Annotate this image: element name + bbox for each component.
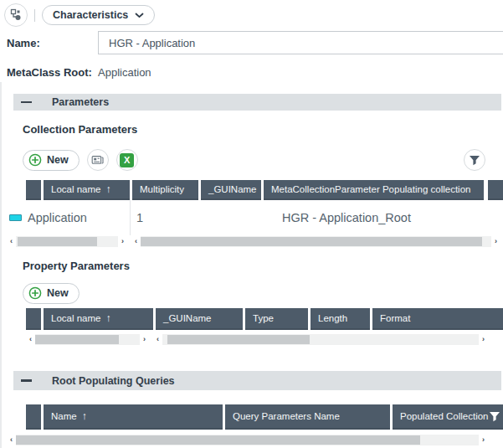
name-input[interactable] <box>98 31 503 54</box>
column-header-guiname[interactable]: _GUIName <box>156 308 243 330</box>
column-label: Length <box>318 313 347 323</box>
column-label: MetaCollectionParameter Populating colle… <box>271 184 470 194</box>
cell-meta-collection: HGR - Application_Root <box>261 211 503 224</box>
name-label: Name: <box>0 37 98 49</box>
filter-icon <box>469 155 480 166</box>
collection-new-label: New <box>47 154 69 166</box>
scroll-right-icon[interactable]: › <box>491 236 500 247</box>
metaclass-root-value: Application <box>98 66 151 79</box>
collection-parameters-heading: Collection Parameters <box>23 123 503 136</box>
report-icon <box>91 154 104 166</box>
column-header-local-name[interactable]: Local name ↑ <box>44 180 130 200</box>
cell-multiplicity: 1 <box>130 211 198 224</box>
collection-parameters-table: Local name ↑ Multiplicity _GUIName MetaC… <box>7 180 503 247</box>
scroll-left-icon[interactable]: ‹ <box>153 334 162 345</box>
scrollbar-track[interactable] <box>35 334 140 345</box>
header-spacer <box>7 180 26 200</box>
column-header-format[interactable]: Format <box>372 308 503 330</box>
column-label: Name <box>51 411 77 421</box>
collection-new-button[interactable]: New <box>23 150 80 171</box>
parameters-section-header[interactable]: Parameters <box>13 94 501 111</box>
parameters-section-title: Parameters <box>52 96 109 108</box>
column-header-name[interactable]: Name ↑ <box>44 404 223 430</box>
column-label: Local name <box>51 184 100 194</box>
scroll-right-icon[interactable]: › <box>140 334 149 345</box>
excel-icon: X <box>120 153 134 167</box>
characteristics-page: Characteristics Name: MetaClass Root: Ap… <box>0 0 503 448</box>
queries-section-header[interactable]: Root Populating Queries <box>13 371 501 390</box>
column-header-guiname[interactable]: _GUIName <box>201 180 261 200</box>
filter-icon[interactable] <box>489 411 500 422</box>
column-header-populated-collection[interactable]: Populated Collection <box>393 404 503 430</box>
report-button[interactable] <box>87 149 109 171</box>
column-header-type[interactable]: Type <box>245 308 308 330</box>
column-label: Query Parameters Name <box>233 411 340 421</box>
chevron-down-icon <box>135 13 144 18</box>
plus-icon <box>28 153 42 167</box>
column-header-local-name[interactable]: Local name ↑ <box>44 308 153 330</box>
scrollbar-track[interactable] <box>162 334 479 345</box>
queries-scrollbars: ‹ › <box>7 435 503 445</box>
scroll-right-icon[interactable]: › <box>479 435 488 445</box>
column-label: Populated Collection <box>400 411 489 421</box>
queries-section-title: Root Populating Queries <box>52 375 175 387</box>
frozen-pane-divider <box>130 200 131 235</box>
name-field-row: Name: <box>0 31 503 54</box>
column-header-blank <box>26 308 41 330</box>
scrollbar-thumb[interactable] <box>18 237 97 246</box>
root-populating-queries-table: Name ↑ Query Parameters Name Populated C… <box>7 404 503 445</box>
scroll-left-icon[interactable]: ‹ <box>7 236 16 247</box>
excel-export-button[interactable]: X <box>116 149 138 171</box>
table-scrollbar[interactable]: ‹ › <box>7 435 488 445</box>
scroll-left-icon[interactable]: ‹ <box>7 435 16 445</box>
hierarchy-icon <box>9 8 23 23</box>
column-header-blank <box>26 404 41 430</box>
column-header-multiplicity[interactable]: Multiplicity <box>132 180 198 200</box>
column-label: Type <box>253 313 274 323</box>
scroll-right-icon[interactable]: › <box>118 236 127 247</box>
column-label: _GUIName <box>163 313 212 323</box>
scrollbar-thumb[interactable] <box>16 435 420 445</box>
model-hierarchy-button[interactable] <box>4 3 28 27</box>
column-header-query-parameters-name[interactable]: Query Parameters Name <box>225 404 390 430</box>
property-new-button[interactable]: New <box>23 283 80 304</box>
scroll-right-icon[interactable]: › <box>479 334 488 345</box>
scroll-left-icon[interactable]: ‹ <box>131 236 141 247</box>
scrollbar-thumb[interactable] <box>35 335 119 344</box>
table-row[interactable]: Application 1 HGR - Application_Root <box>7 200 503 235</box>
panel-edge-line <box>0 82 2 448</box>
collection-table-header: Local name ↑ Multiplicity _GUIName MetaC… <box>7 180 503 200</box>
column-header-length[interactable]: Length <box>311 308 370 330</box>
queries-table-header: Name ↑ Query Parameters Name Populated C… <box>7 404 503 430</box>
sort-asc-icon: ↑ <box>82 410 87 422</box>
column-header-meta-collection[interactable]: MetaCollectionParameter Populating colle… <box>264 180 484 200</box>
frozen-pane-scrollbar[interactable]: ‹ › <box>26 334 149 345</box>
column-label: _GUIName <box>208 184 257 194</box>
cell-local-name: Application <box>26 211 130 224</box>
scroll-left-icon[interactable]: ‹ <box>26 334 35 345</box>
characteristics-label: Characteristics <box>53 9 128 21</box>
scrollbar-track[interactable] <box>16 435 479 445</box>
characteristics-dropdown[interactable]: Characteristics <box>42 5 155 25</box>
column-label: Local name <box>51 313 100 323</box>
column-label: Format <box>380 313 410 323</box>
property-new-label: New <box>47 287 69 299</box>
sort-asc-icon: ↑ <box>105 183 110 195</box>
main-pane-scrollbar[interactable]: ‹ › <box>153 334 488 345</box>
collection-filter-button[interactable] <box>464 149 485 171</box>
scrollbar-thumb[interactable] <box>167 335 310 344</box>
header-spacer <box>7 404 26 430</box>
main-pane-scrollbar[interactable]: ‹ › <box>131 236 500 247</box>
collapse-icon <box>21 101 32 104</box>
scrollbar-thumb[interactable] <box>141 237 482 246</box>
scrollbar-track[interactable] <box>141 236 491 247</box>
property-parameters-heading: Property Parameters <box>23 260 503 272</box>
collection-icon <box>9 214 22 221</box>
plus-icon <box>28 286 42 300</box>
scrollbar-track[interactable] <box>16 236 118 247</box>
frozen-pane-scrollbar[interactable]: ‹ › <box>7 236 127 247</box>
column-header-blank <box>488 180 503 200</box>
topbar: Characteristics <box>0 0 503 27</box>
collapse-icon <box>21 379 32 382</box>
collection-scrollbars: ‹ › ‹ › <box>7 236 503 247</box>
